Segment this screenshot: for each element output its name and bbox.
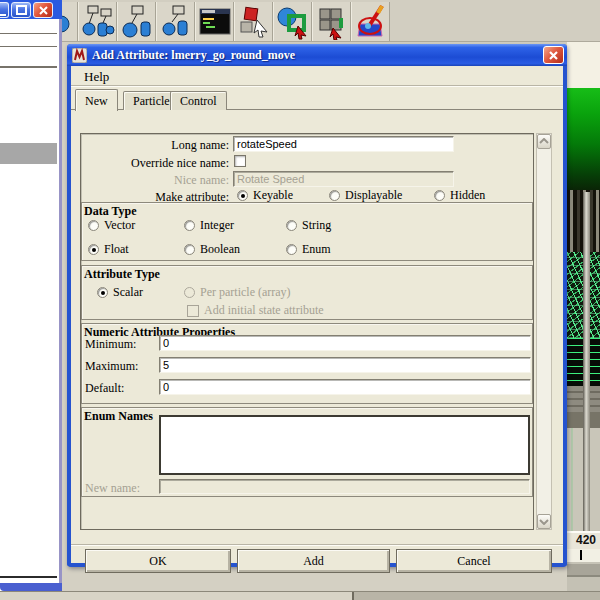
radio-vector-control[interactable] — [88, 220, 99, 231]
maximum-input[interactable] — [159, 357, 531, 373]
radio-per-particle: Per particle (array) — [184, 285, 291, 300]
divider — [71, 544, 563, 545]
hypergraph-input-output-icon[interactable] — [117, 2, 156, 41]
radio-string[interactable]: String — [286, 218, 331, 233]
default-input[interactable] — [159, 379, 531, 395]
status-strip — [0, 591, 600, 600]
dialog-close-button[interactable] — [543, 46, 564, 64]
script-editor-icon[interactable] — [195, 2, 234, 41]
radio-boolean-control[interactable] — [184, 244, 195, 255]
dialog-titlebar[interactable]: Add Attribute: lmerry_go_round_move — [67, 44, 567, 66]
minimum-input[interactable] — [159, 335, 531, 351]
minimum-label: Minimum: — [85, 337, 155, 352]
radio-scalar[interactable]: Scalar — [97, 285, 143, 300]
timeline-end-frame: 420 — [567, 533, 600, 549]
dialog-body: Help New Particle Control Long name: Ove… — [71, 66, 563, 563]
divider — [0, 66, 57, 68]
radio-displayable-label: Displayable — [345, 188, 402, 203]
radio-string-label: String — [302, 218, 331, 233]
radio-vector-label: Vector — [104, 218, 135, 233]
hypergraph-hierarchy-icon[interactable] — [78, 2, 117, 41]
dialog-menubar: Help — [71, 66, 563, 86]
range-slider-track — [567, 577, 600, 591]
enum-names-listbox[interactable] — [159, 415, 530, 475]
time-slider[interactable] — [567, 549, 600, 562]
add-initial-state-checkbox — [187, 305, 199, 317]
radio-integer-label: Integer — [200, 218, 234, 233]
menu-help[interactable]: Help — [78, 68, 115, 86]
tab-new[interactable]: New — [75, 89, 118, 111]
new-name-label: New name: — [85, 481, 155, 496]
dialog-title: Add Attribute: lmerry_go_round_move — [92, 48, 543, 63]
paint-effects-icon[interactable] — [351, 2, 390, 41]
add-attribute-dialog: Add Attribute: lmerry_go_round_move Help… — [67, 44, 567, 567]
maya-dialog-icon — [72, 48, 87, 63]
add-initial-state-option: Add initial state attribute — [187, 303, 324, 318]
radio-string-control[interactable] — [286, 220, 297, 231]
radio-scalar-label: Scalar — [113, 285, 143, 300]
close-icon — [547, 49, 560, 62]
radio-enum[interactable]: Enum — [286, 242, 331, 257]
viewport-green-ground — [567, 88, 600, 190]
move-tool-icon[interactable] — [234, 2, 273, 41]
status-strip-right — [352, 592, 600, 600]
radio-float[interactable]: Float — [88, 242, 129, 257]
maximum-label: Maximum: — [85, 359, 155, 374]
override-nice-name-checkbox[interactable] — [234, 155, 246, 167]
window-border — [0, 583, 62, 591]
radio-per-particle-label: Per particle (array) — [200, 285, 291, 300]
list-selection-band[interactable] — [0, 143, 57, 164]
minimize-button[interactable] — [0, 2, 9, 18]
radio-keyable[interactable]: Keyable — [237, 188, 293, 203]
maximize-button[interactable] — [11, 2, 31, 18]
radio-boolean-label: Boolean — [200, 242, 240, 257]
radio-float-label: Float — [104, 242, 129, 257]
radio-displayable-control[interactable] — [329, 190, 340, 201]
time-tick — [580, 550, 582, 560]
radio-float-control[interactable] — [88, 244, 99, 255]
attribute-form-panel: Long name: Override nice name: Nice name… — [80, 133, 534, 530]
main-toolbar — [0, 0, 600, 42]
background-panel-left — [0, 19, 62, 591]
radio-displayable[interactable]: Displayable — [329, 188, 402, 203]
cancel-button[interactable]: Cancel — [396, 549, 552, 573]
chevron-down-icon — [539, 518, 549, 525]
new-name-input — [159, 479, 530, 494]
scroll-up-button[interactable] — [537, 134, 551, 149]
divider — [0, 576, 57, 578]
radio-enum-control[interactable] — [286, 244, 297, 255]
tab-control[interactable]: Control — [170, 91, 227, 110]
radio-keyable-control[interactable] — [237, 190, 248, 201]
divider — [0, 46, 57, 47]
long-name-label: Long name: — [83, 138, 229, 153]
close-button[interactable] — [33, 2, 53, 18]
long-name-input[interactable] — [233, 136, 454, 152]
form-scrollbar[interactable] — [536, 133, 552, 530]
radio-per-particle-control — [184, 287, 195, 298]
radio-integer-control[interactable] — [184, 220, 195, 231]
radio-integer[interactable]: Integer — [184, 218, 234, 233]
radio-enum-label: Enum — [302, 242, 331, 257]
radio-keyable-label: Keyable — [253, 188, 293, 203]
range-slider[interactable] — [567, 562, 600, 577]
radio-scalar-control[interactable] — [97, 287, 108, 298]
default-label: Default: — [85, 381, 155, 396]
dialog-tabs: New Particle Control — [71, 89, 563, 110]
viewport-3d[interactable]: 420 — [567, 42, 600, 591]
add-button[interactable]: Add — [237, 549, 390, 573]
viewport-center-post — [583, 192, 590, 531]
selection-tool-icon[interactable] — [273, 2, 312, 41]
chevron-up-icon — [539, 138, 549, 145]
radio-hidden[interactable]: Hidden — [434, 188, 485, 203]
radio-hidden-control[interactable] — [434, 190, 445, 201]
viewport-toolbar-area — [567, 42, 600, 88]
override-nice-name-label: Override nice name: — [83, 156, 229, 171]
nice-name-label: Nice name: — [83, 173, 229, 188]
lattice-tool-icon[interactable] — [312, 2, 351, 41]
radio-vector[interactable]: Vector — [88, 218, 135, 233]
attribute-type-title: Attribute Type — [82, 266, 532, 282]
radio-boolean[interactable]: Boolean — [184, 242, 240, 257]
hypergraph-connections-icon[interactable] — [156, 2, 195, 41]
scroll-down-button[interactable] — [537, 514, 551, 529]
ok-button[interactable]: OK — [85, 549, 231, 573]
